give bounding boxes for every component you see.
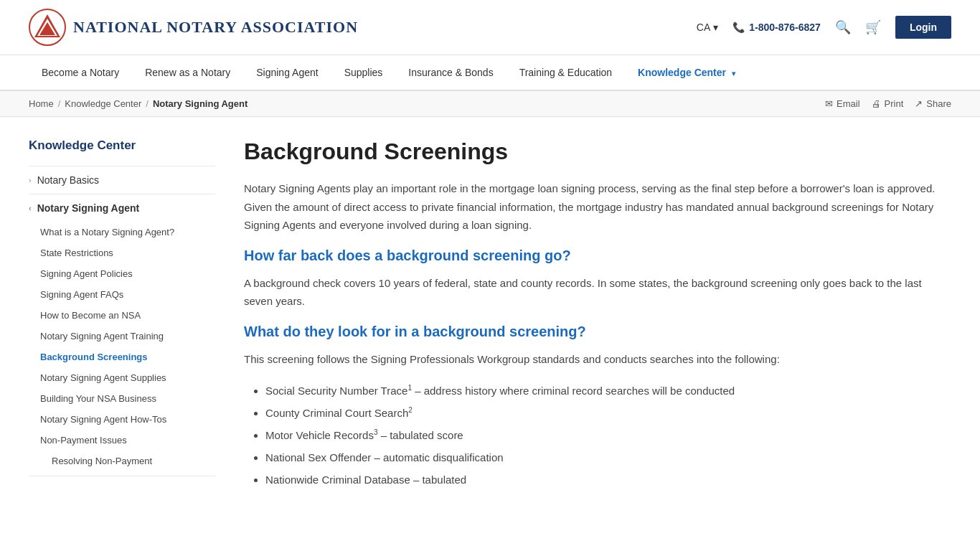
nav-item-knowledge[interactable]: Knowledge Center ▾ bbox=[625, 55, 748, 90]
list-item-sex-offender: National Sex Offender – automatic disqua… bbox=[265, 448, 951, 467]
print-icon: 🖨 bbox=[872, 98, 881, 109]
sidebar-sub-sub-item-resolving[interactable]: Resolving Non-Payment bbox=[40, 451, 215, 471]
sidebar-sub-item-non-payment[interactable]: Non-Payment Issues bbox=[40, 430, 215, 451]
breadcrumb-knowledge-center[interactable]: Knowledge Center bbox=[65, 98, 141, 109]
sidebar-link-notary-basics[interactable]: › Notary Basics bbox=[29, 166, 215, 194]
nav-link-knowledge[interactable]: Knowledge Center ▾ bbox=[625, 55, 748, 90]
logo-text: National Notary Association bbox=[73, 18, 358, 37]
list-item-sex-offender-text: National Sex Offender – automatic disqua… bbox=[265, 451, 504, 463]
sidebar-sub-item-signing-faqs[interactable]: Signing Agent FAQs bbox=[40, 284, 215, 305]
main-content: Background Screenings Notary Signing Age… bbox=[244, 138, 951, 501]
breadcrumb-home[interactable]: Home bbox=[29, 98, 54, 109]
list-item-nationwide-criminal: Nationwide Criminal Database – tabulated bbox=[265, 470, 951, 489]
section-1-body: A background check covers 10 years of fe… bbox=[244, 274, 951, 311]
list-item-county-criminal: County Criminal Court Search2 bbox=[265, 403, 951, 423]
cart-button[interactable]: 🛒 bbox=[865, 19, 881, 35]
nav-link-supplies[interactable]: Supplies bbox=[331, 55, 396, 90]
knowledge-chevron-icon: ▾ bbox=[732, 70, 735, 77]
sidebar-sub-sub-link-resolving[interactable]: Resolving Non-Payment bbox=[52, 451, 215, 471]
nav-link-become-notary[interactable]: Become a Notary bbox=[29, 55, 132, 90]
print-label: Print bbox=[885, 98, 904, 109]
phone-number: 1-800-876-6827 bbox=[749, 22, 821, 33]
email-label: Email bbox=[837, 98, 860, 109]
nna-logo-icon[interactable] bbox=[29, 9, 66, 46]
nav-link-signing-agent[interactable]: Signing Agent bbox=[243, 55, 331, 90]
sidebar-link-notary-signing-agent[interactable]: ‹ Notary Signing Agent bbox=[29, 194, 215, 222]
nav-link-insurance[interactable]: Insurance & Bonds bbox=[395, 55, 506, 90]
sidebar-sub-link-training[interactable]: Notary Signing Agent Training bbox=[40, 326, 215, 347]
sidebar-sub-item-state-restrictions[interactable]: State Restrictions bbox=[40, 242, 215, 263]
section-1-heading: How far back does a background screening… bbox=[244, 248, 951, 264]
page-layout: Knowledge Center › Notary Basics ‹ Notar… bbox=[0, 117, 980, 522]
section-2-heading: What do they look for in a background sc… bbox=[244, 324, 951, 340]
nav-link-renew[interactable]: Renew as a Notary bbox=[132, 55, 243, 90]
sidebar-sub-item-how-to-nsa[interactable]: How to Become an NSA bbox=[40, 305, 215, 326]
phone-link[interactable]: 📞 1-800-876-6827 bbox=[732, 22, 821, 33]
breadcrumb-bar: Home / Knowledge Center / Notary Signing… bbox=[0, 91, 980, 117]
breadcrumb-separator-2: / bbox=[146, 98, 149, 109]
nav-item-renew[interactable]: Renew as a Notary bbox=[132, 55, 243, 90]
sidebar-sub-nav: What is a Notary Signing Agent? State Re… bbox=[29, 222, 215, 476]
nav-item-become-notary[interactable]: Become a Notary bbox=[29, 55, 132, 90]
nav-item-training[interactable]: Training & Education bbox=[507, 55, 625, 90]
sidebar-sub-link-signing-policies[interactable]: Signing Agent Policies bbox=[40, 263, 215, 284]
list-item-motor-text: Motor Vehicle Records3 – tabulated score bbox=[265, 429, 463, 441]
region-selector[interactable]: CA ▾ bbox=[697, 22, 718, 33]
breadcrumb-current: Notary Signing Agent bbox=[153, 98, 248, 109]
list-item-county-text: County Criminal Court Search2 bbox=[265, 407, 413, 419]
list-item-motor-vehicle: Motor Vehicle Records3 – tabulated score bbox=[265, 425, 951, 445]
main-nav: Become a Notary Renew as a Notary Signin… bbox=[0, 55, 980, 91]
sidebar-sub-item-background[interactable]: Background Screenings bbox=[40, 347, 215, 367]
region-chevron-icon: ▾ bbox=[713, 22, 718, 33]
header-right: CA ▾ 📞 1-800-876-6827 🔍 🛒 Login bbox=[697, 16, 951, 39]
article-title: Background Screenings bbox=[244, 138, 951, 165]
sidebar-nav: › Notary Basics ‹ Notary Signing Agent W… bbox=[29, 166, 215, 476]
phone-icon: 📞 bbox=[732, 22, 745, 33]
article-intro: Notary Signing Agents play an important … bbox=[244, 179, 951, 235]
share-label: Share bbox=[926, 98, 951, 109]
sidebar-sub-link-background[interactable]: Background Screenings bbox=[40, 347, 215, 367]
nav-item-supplies[interactable]: Supplies bbox=[331, 55, 396, 90]
nav-item-insurance[interactable]: Insurance & Bonds bbox=[395, 55, 506, 90]
sidebar-sub-item-how-tos[interactable]: Notary Signing Agent How-Tos bbox=[40, 409, 215, 430]
sidebar-item-notary-signing-agent[interactable]: ‹ Notary Signing Agent What is a Notary … bbox=[29, 194, 215, 476]
sidebar-sub-link-what-is[interactable]: What is a Notary Signing Agent? bbox=[40, 222, 215, 242]
list-item-ssn: Social Security Number Trace1 – address … bbox=[265, 381, 951, 400]
notary-signing-agent-label: Notary Signing Agent bbox=[37, 202, 140, 214]
share-icon: ↗ bbox=[915, 98, 923, 109]
section-2-body: This screening follows the Signing Profe… bbox=[244, 350, 951, 369]
print-action[interactable]: 🖨 Print bbox=[872, 98, 904, 109]
sidebar-sub-link-state-restrictions[interactable]: State Restrictions bbox=[40, 242, 215, 263]
breadcrumb: Home / Knowledge Center / Notary Signing… bbox=[29, 98, 248, 109]
region-label: CA bbox=[697, 22, 710, 33]
notary-signing-agent-chevron-icon: ‹ bbox=[29, 204, 32, 212]
sidebar-sub-link-signing-faqs[interactable]: Signing Agent FAQs bbox=[40, 284, 215, 305]
notary-basics-label: Notary Basics bbox=[37, 174, 99, 186]
article-body: Notary Signing Agents play an important … bbox=[244, 179, 951, 489]
sidebar-sub-item-training[interactable]: Notary Signing Agent Training bbox=[40, 326, 215, 347]
share-action[interactable]: ↗ Share bbox=[915, 98, 951, 109]
sidebar-sub-link-non-payment[interactable]: Non-Payment Issues bbox=[40, 430, 215, 451]
list-item-nationwide-text: Nationwide Criminal Database – tabulated bbox=[265, 474, 466, 486]
sidebar: Knowledge Center › Notary Basics ‹ Notar… bbox=[29, 138, 215, 501]
sidebar-sub-link-how-to-nsa[interactable]: How to Become an NSA bbox=[40, 305, 215, 326]
sidebar-sub-item-signing-policies[interactable]: Signing Agent Policies bbox=[40, 263, 215, 284]
breadcrumb-separator-1: / bbox=[58, 98, 61, 109]
sidebar-sub-link-supplies[interactable]: Notary Signing Agent Supplies bbox=[40, 367, 215, 388]
sidebar-sub-link-how-tos[interactable]: Notary Signing Agent How-Tos bbox=[40, 409, 215, 430]
site-header: National Notary Association CA ▾ 📞 1-800… bbox=[0, 0, 980, 55]
logo-area: National Notary Association bbox=[29, 9, 358, 46]
screening-list: Social Security Number Trace1 – address … bbox=[244, 381, 951, 489]
nav-link-training[interactable]: Training & Education bbox=[507, 55, 625, 90]
nav-item-signing-agent[interactable]: Signing Agent bbox=[243, 55, 331, 90]
sidebar-item-notary-basics[interactable]: › Notary Basics bbox=[29, 166, 215, 194]
breadcrumb-actions: ✉ Email 🖨 Print ↗ Share bbox=[825, 98, 951, 109]
search-button[interactable]: 🔍 bbox=[835, 19, 851, 35]
email-icon: ✉ bbox=[825, 98, 833, 109]
sidebar-sub-item-supplies[interactable]: Notary Signing Agent Supplies bbox=[40, 367, 215, 388]
email-action[interactable]: ✉ Email bbox=[825, 98, 860, 109]
login-button[interactable]: Login bbox=[895, 16, 951, 39]
sidebar-sub-item-what-is[interactable]: What is a Notary Signing Agent? bbox=[40, 222, 215, 242]
sidebar-sub-item-building-business[interactable]: Building Your NSA Business bbox=[40, 388, 215, 409]
sidebar-sub-link-building-business[interactable]: Building Your NSA Business bbox=[40, 388, 215, 409]
